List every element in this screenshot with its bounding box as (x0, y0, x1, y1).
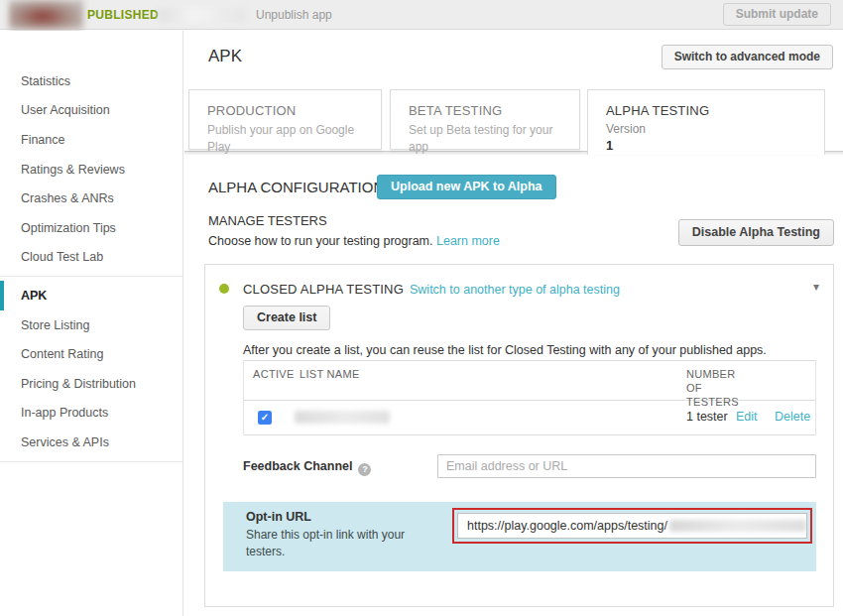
sidebar-divider (0, 461, 182, 462)
unpublish-app-link[interactable]: Unpublish app (256, 0, 332, 30)
tab-production[interactable]: PRODUCTION Publish your app on Google Pl… (188, 89, 382, 150)
switch-advanced-mode-button[interactable]: Switch to advanced mode (662, 45, 833, 69)
testers-count: 1 tester (686, 410, 728, 424)
manage-testers-heading: MANAGE TESTERS (208, 213, 327, 228)
feedback-channel-input[interactable] (437, 454, 816, 478)
reuse-list-note: After you create a list, you can reuse t… (243, 343, 767, 357)
status-dot-icon (219, 284, 229, 294)
sidebar-item-cloud-test-lab[interactable]: Cloud Test Lab (0, 243, 182, 273)
list-name-redacted (295, 411, 390, 424)
sidebar-item-ratings-reviews[interactable]: Ratings & Reviews (0, 155, 182, 185)
sidebar-item-crashes-anrs[interactable]: Crashes & ANRs (0, 184, 182, 213)
alpha-configuration-heading: ALPHA CONFIGURATION (208, 179, 384, 195)
main-content: APK Switch to advanced mode PRODUCTION P… (184, 31, 843, 616)
tab-beta-testing[interactable]: BETA TESTING Set up Beta testing for you… (390, 89, 580, 150)
closed-alpha-panel: CLOSED ALPHA TESTING Switch to another t… (204, 264, 834, 607)
tab-production-subtitle: Publish your app on Google Play (207, 122, 366, 157)
testers-table: ACTIVE LIST NAME NUMBER OF TESTERS ✓ 1 t… (243, 360, 816, 435)
edit-link[interactable]: Edit (736, 410, 758, 424)
sidebar-divider (0, 276, 182, 277)
sidebar-item-statistics[interactable]: Statistics (0, 66, 182, 96)
app-name-redacted (159, 8, 246, 23)
sidebar: Statistics User Acquisition Finance Rati… (0, 31, 183, 616)
tab-alpha-title: ALPHA TESTING (606, 103, 824, 118)
tab-alpha-version-value: 1 (606, 138, 824, 153)
opt-in-url-value: https://play.google.com/apps/testing/ (467, 519, 667, 533)
feedback-channel-label: Feedback Channel? (243, 459, 371, 476)
help-icon[interactable]: ? (358, 463, 371, 476)
disable-alpha-testing-button[interactable]: Disable Alpha Testing (678, 219, 834, 246)
opt-in-url-section: Opt-in URL Share this opt-in link with y… (223, 502, 816, 571)
tab-alpha-testing[interactable]: ALPHA TESTING Version 1 (587, 89, 825, 155)
sidebar-item-user-acquisition[interactable]: User Acquisition (0, 96, 182, 126)
learn-more-link[interactable]: Learn more (436, 234, 500, 248)
manage-testers-description: Choose how to run your testing program. … (208, 234, 500, 248)
sidebar-item-pricing-distribution[interactable]: Pricing & Distribution (0, 369, 182, 399)
opt-in-url-field[interactable]: https://play.google.com/apps/testing/ (457, 513, 807, 539)
closed-alpha-title: CLOSED ALPHA TESTING (243, 282, 404, 297)
opt-in-url-description: Share this opt-in link with your testers… (246, 527, 434, 561)
red-highlight-annotation: https://play.google.com/apps/testing/ (452, 508, 812, 544)
tab-beta-title: BETA TESTING (409, 103, 579, 118)
manage-testers-text: Choose how to run your testing program. (208, 234, 433, 248)
table-row: ✓ 1 tester Edit Delete (244, 401, 815, 434)
tab-beta-subtitle: Set up Beta testing for your app (409, 122, 567, 157)
sidebar-item-content-rating[interactable]: Content Rating (0, 339, 182, 369)
chevron-down-icon[interactable]: ▾ (813, 280, 819, 294)
sidebar-item-apk[interactable]: APK (0, 281, 182, 310)
opt-in-url-redacted (669, 520, 806, 532)
app-icon (9, 0, 83, 30)
top-bar: PUBLISHED Unpublish app Submit update (0, 0, 843, 30)
column-header-list-name: LIST NAME (300, 368, 360, 380)
switch-testing-type-link[interactable]: Switch to another type of alpha testing (410, 283, 620, 297)
delete-link[interactable]: Delete (775, 410, 810, 424)
create-list-button[interactable]: Create list (243, 306, 330, 330)
submit-update-button[interactable]: Submit update (723, 3, 831, 26)
tab-alpha-version-label: Version (606, 122, 824, 136)
upload-new-apk-button[interactable]: Upload new APK to Alpha (377, 175, 556, 199)
sidebar-item-optimization-tips[interactable]: Optimization Tips (0, 213, 182, 243)
active-checkbox[interactable]: ✓ (258, 411, 272, 425)
feedback-channel-text: Feedback Channel (243, 459, 352, 473)
play-console-apk-page: PUBLISHED Unpublish app Submit update St… (0, 0, 843, 616)
sidebar-item-in-app-products[interactable]: In-app Products (0, 399, 182, 429)
sidebar-item-store-listing[interactable]: Store Listing (0, 310, 182, 340)
sidebar-item-finance[interactable]: Finance (0, 125, 182, 155)
published-status-badge: PUBLISHED (87, 0, 159, 30)
table-header: ACTIVE LIST NAME NUMBER OF TESTERS (244, 361, 815, 401)
sidebar-item-services-apis[interactable]: Services & APIs (0, 428, 182, 457)
column-header-active: ACTIVE (253, 368, 295, 380)
page-title: APK (208, 47, 242, 66)
opt-in-url-label: Opt-in URL (246, 510, 311, 524)
tab-production-title: PRODUCTION (207, 103, 381, 118)
